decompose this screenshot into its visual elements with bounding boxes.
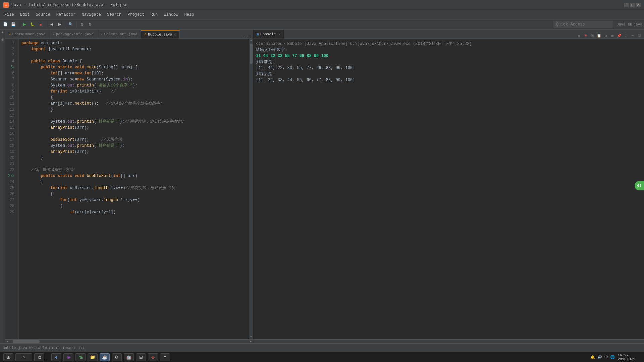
title-left: ☕ Java - lalala/src/com/sort/Bubble.java… [3,2,127,8]
horiz-scroll[interactable]: ◀ ▶ [5,339,253,343]
console-stop-icon[interactable]: ■ [583,33,589,39]
green-badge[interactable]: 69 [635,181,644,190]
code-line-23: public static void bubbleSort(int[] arr) [21,173,249,179]
red-button[interactable]: ◈ [148,353,158,361]
ln-8: 8 [5,82,16,88]
extra-button[interactable]: ≡ [160,353,170,361]
prev-button[interactable]: ◀ [48,21,55,28]
search-toolbar-button[interactable]: 🔍 [67,21,74,28]
debug-button[interactable]: 🐛 [29,21,36,28]
scroll-track[interactable] [249,43,253,335]
store-button[interactable]: 🛍 [75,353,86,361]
edge-button[interactable]: e [51,353,61,361]
hscroll-right[interactable]: ▶ [249,340,253,343]
ln-24: 24 [5,179,16,185]
window-controls[interactable]: ─ □ ✕ [624,3,641,7]
menu-navigate[interactable]: Navigate [79,11,104,18]
console-paste-icon[interactable]: 📋 [596,33,602,39]
maximize-button[interactable]: □ [630,3,635,7]
menu-run[interactable]: Run [148,11,161,18]
menu-project[interactable]: Project [125,11,147,18]
hscroll-thumb[interactable] [13,340,40,343]
eclipse-taskbar-btn[interactable]: ☕ [100,353,110,361]
tab-icon-1: J [9,33,10,36]
console-min-icon[interactable]: ─ [630,33,636,39]
menu-file[interactable]: File [2,11,17,18]
code-line-3 [21,52,249,58]
search-taskbar-button[interactable]: ○ [15,353,32,361]
menu-search[interactable]: Search [104,11,124,18]
taskbar-icons: 🔔 🔊 中 🌐 [590,355,615,360]
ln-28: 28 [5,203,16,209]
grid-button[interactable]: ⊞ [136,353,146,361]
console-scroll-icon[interactable]: ↓ [623,33,629,39]
console-tab[interactable]: ▦ Console ✕ [253,30,284,39]
gutter-icon-1[interactable]: ◈ [1,30,3,34]
tab-close-icon[interactable]: ✕ [174,33,176,37]
console-pin-icon[interactable]: 📌 [616,33,622,39]
ln-23: 23⊕ [5,173,16,179]
new-button[interactable]: 📄 [2,21,9,28]
tab-packageinfo[interactable]: J package-info.java [49,30,97,39]
close-button[interactable]: ✕ [636,3,641,7]
android-button[interactable]: 🤖 [124,353,134,361]
tab-min-icon[interactable]: ─ [241,34,246,39]
tab-bubble[interactable]: J Bubble.java ✕ [141,30,180,39]
java-ee-label[interactable]: Java EE [616,22,632,26]
menu-refactor[interactable]: Refactor [54,11,78,18]
quick-access-box[interactable]: Quick Access [553,21,613,28]
tab-label-1: CharNumber.java [12,32,45,36]
code-line-10: { [21,95,249,101]
editor-container: J CharNumber.java J package-info.java J … [5,29,253,343]
minimize-button[interactable]: ─ [624,3,629,7]
show-desktop-button[interactable] [638,353,641,361]
hscroll-left[interactable]: ◀ [5,340,9,343]
menu-window[interactable]: Window [161,11,181,18]
console-clear-icon[interactable]: ✕ [576,33,582,39]
tab-charnumber[interactable]: J CharNumber.java [5,30,49,39]
code-line-28: { [21,203,249,209]
zoom-out-button[interactable]: ⊖ [86,21,94,28]
run-button[interactable]: ▶ [21,21,28,28]
menu-source[interactable]: Source [33,11,53,18]
console-tab-close[interactable]: ✕ [278,32,280,36]
menu-edit[interactable]: Edit [17,11,33,18]
stop-button[interactable]: ■ [37,21,44,28]
scroll-thumb[interactable] [250,44,253,64]
tab-icon-4: J [145,33,146,36]
code-content[interactable]: package com.sort; import java.util.Scann… [19,39,249,339]
console-horiz-scroll[interactable] [253,339,644,343]
next-button[interactable]: ▶ [56,21,63,28]
taskbar-clock: 16:27 2018/8/3 [618,353,635,361]
code-editor[interactable]: 1 2 3 4 5⊕ 6 7 8 9 10 11 12 13 14 15 16 … [5,39,253,339]
toolbar-right: Java EE Java [616,22,642,26]
console-expand-icon[interactable]: ⊞ [609,33,615,39]
save-button[interactable]: 💾 [10,21,17,28]
console-max-icon[interactable]: □ [636,33,642,39]
task-view-button[interactable]: ⧉ [34,353,44,361]
gutter-icon-2[interactable]: ⊡ [1,38,3,42]
settings-button[interactable]: ⚙ [112,353,122,361]
green-badge-label: 69 [637,184,641,188]
tab-selectsort[interactable]: J SelectSort.java [97,30,141,39]
zoom-in-button[interactable]: ⊕ [78,21,86,28]
console-copy-icon[interactable]: ⎘ [589,33,595,39]
code-line-6: int[] arr=new int[10]; [21,70,249,76]
tab-max-icon[interactable]: □ [247,34,251,39]
code-line-18: System.out.println("排序后是:"); [21,143,249,149]
ln-12: 12 [5,107,16,113]
tab-controls: ─ □ [241,34,253,39]
cortana-button[interactable]: ◉ [63,353,73,361]
files-button[interactable]: 📁 [88,353,98,361]
console-collapse-icon[interactable]: ⊡ [603,33,609,39]
ln-26: 26 [5,191,16,197]
java-label[interactable]: Java [634,22,642,26]
scroll-down-arrow[interactable]: ▼ [249,335,253,339]
scroll-up-arrow[interactable]: ▲ [249,39,253,43]
editor-scrollbar[interactable]: ▲ ▼ [249,39,253,339]
tab-label-3: SelectSort.java [104,32,137,36]
start-button[interactable]: ⊞ [3,353,13,361]
menu-help[interactable]: Help [182,11,197,18]
hscroll-track[interactable] [9,340,249,343]
ln-18: 18 [5,143,16,149]
